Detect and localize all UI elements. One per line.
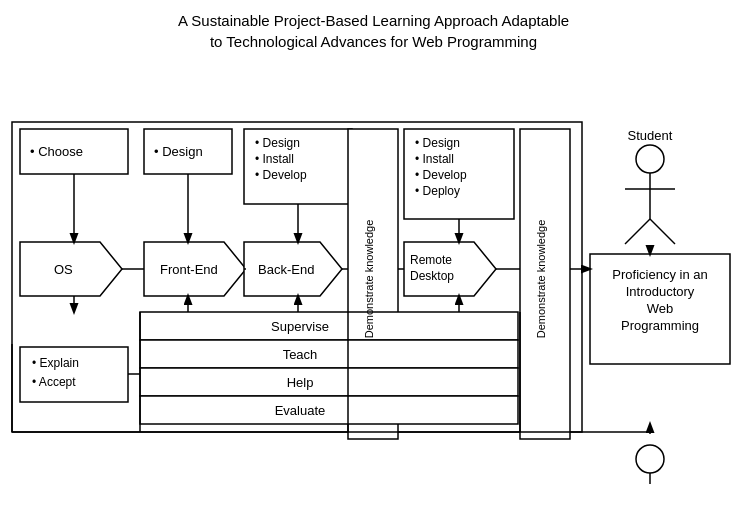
diagram-svg: • Choose • Design • Design • Install • D…: [10, 64, 737, 484]
svg-text:• Install: • Install: [415, 152, 454, 166]
svg-rect-35: [140, 312, 518, 340]
svg-marker-17: [144, 242, 246, 296]
svg-text:Remote: Remote: [410, 253, 452, 267]
page: A Sustainable Project-Based Learning App…: [0, 0, 747, 514]
svg-rect-37: [140, 340, 518, 368]
svg-text:Student: Student: [628, 128, 673, 143]
svg-text:• Choose: • Choose: [30, 144, 83, 159]
svg-text:Back-End: Back-End: [258, 262, 314, 277]
svg-marker-20: [244, 242, 342, 296]
svg-text:Demonstrate knowledge: Demonstrate knowledge: [363, 220, 375, 339]
svg-rect-5: [244, 129, 352, 204]
svg-rect-3: [144, 129, 232, 174]
svg-text:Proficiency in an: Proficiency in an: [612, 267, 707, 282]
svg-text:Programming: Programming: [621, 318, 699, 333]
svg-point-50: [636, 145, 664, 173]
svg-rect-62: [590, 254, 730, 364]
svg-rect-9: [404, 129, 514, 219]
svg-text:• Design: • Design: [415, 136, 460, 150]
svg-marker-14: [20, 242, 122, 296]
svg-rect-0: [12, 122, 582, 432]
diagram: • Choose • Design • Design • Install • D…: [10, 64, 737, 484]
svg-text:• Design: • Design: [255, 136, 300, 150]
svg-line-54: [650, 219, 675, 244]
page-title: A Sustainable Project-Based Learning App…: [10, 10, 737, 52]
svg-text:Web: Web: [647, 301, 674, 316]
svg-text:Evaluate: Evaluate: [275, 403, 326, 418]
svg-text:• Accept: • Accept: [32, 375, 76, 389]
svg-text:OS: OS: [54, 262, 73, 277]
svg-text:• Install: • Install: [255, 152, 294, 166]
svg-rect-41: [140, 396, 518, 424]
svg-text:Desktop: Desktop: [410, 269, 454, 283]
svg-text:Teach: Teach: [283, 347, 318, 362]
svg-rect-1: [20, 129, 128, 174]
svg-text:• Develop: • Develop: [255, 168, 307, 182]
svg-rect-39: [140, 368, 518, 396]
svg-text:Supervise: Supervise: [271, 319, 329, 334]
svg-text:• Design: • Design: [154, 144, 203, 159]
svg-text:• Deploy: • Deploy: [415, 184, 460, 198]
svg-line-53: [625, 219, 650, 244]
svg-text:Introductory: Introductory: [626, 284, 695, 299]
svg-text:• Develop: • Develop: [415, 168, 467, 182]
svg-rect-30: [348, 129, 398, 439]
svg-marker-23: [404, 242, 496, 296]
svg-rect-43: [20, 347, 128, 402]
svg-text:Front-End: Front-End: [160, 262, 218, 277]
svg-point-56: [636, 445, 664, 473]
svg-text:Help: Help: [287, 375, 314, 390]
svg-rect-31: [520, 129, 570, 439]
svg-text:Demonstrate knowledge: Demonstrate knowledge: [535, 220, 547, 339]
svg-text:• Explain: • Explain: [32, 356, 79, 370]
